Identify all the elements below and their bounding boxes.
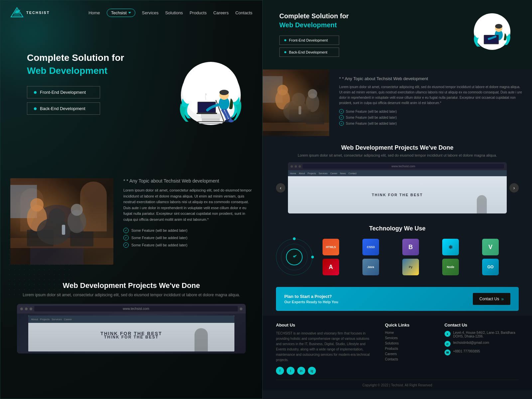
tech-section: Technology We Use HTML5 [263, 218, 532, 282]
btn-dot [34, 91, 37, 94]
footer-link-home[interactable]: Home [385, 331, 435, 334]
svg-rect-27 [62, 225, 65, 235]
svg-point-39 [308, 89, 317, 98]
instagram-icon[interactable]: ig [308, 367, 316, 375]
nav-careers[interactable]: Careers [213, 10, 228, 15]
copyright-text: Copyright © 2022 | Techsist. All Right R… [362, 383, 432, 387]
check-icon-1 [123, 228, 129, 233]
browser-content: About Projects Services Career THINK FOR… [17, 314, 246, 353]
right-frontend-btn[interactable]: Front-End Development [279, 36, 339, 45]
browser-dot-2 [25, 308, 28, 310]
footer: About Us TECHSIST is an innovative and v… [263, 316, 532, 390]
projects-section: Web Development Projects We've Done Lore… [0, 271, 262, 357]
right-btn-dot-2 [284, 51, 286, 53]
frontend-btn-label: Front-End Development [40, 90, 86, 95]
browser-bar: www.techsist.com [17, 304, 246, 314]
carousel-prev-btn[interactable]: ‹ [276, 183, 285, 193]
tech-go-label: GO [487, 265, 494, 269]
projects-title: Web Development Projects We've Done [10, 281, 252, 290]
cta-contact-btn[interactable]: Contact Us » [473, 293, 510, 305]
right-features-title: * * Any Topic about Techsist Web develop… [339, 76, 522, 81]
team-content-title: * * Any Topic about Techsist Web develop… [123, 178, 252, 184]
footer-link-contacts[interactable]: Contacts [385, 357, 435, 361]
frontend-btn[interactable]: Front-End Development [27, 86, 100, 98]
svg-rect-9 [198, 102, 216, 113]
right-hero-text: Complete Solution for Web Development Fr… [279, 12, 462, 60]
tech-vue-label: V [488, 244, 492, 251]
footer-contact-col: Contact Us ● Level-4, House-546/2, Lane-… [445, 323, 519, 375]
svg-point-38 [306, 93, 319, 112]
svg-point-14 [219, 90, 229, 95]
svg-rect-34 [263, 76, 283, 103]
svg-point-36 [275, 89, 290, 109]
btn-dot [34, 107, 37, 110]
right-feature-2: Some Feature (will be added later) [339, 115, 522, 120]
footer-email-text: techsistinbd@gmail.com [453, 341, 489, 344]
footer-link-products[interactable]: Products [385, 347, 435, 350]
footer-link-solutions[interactable]: Solutions [385, 341, 435, 345]
svg-point-22 [30, 198, 44, 211]
nav-services[interactable]: Services [142, 10, 159, 15]
footer-grid: About Us TECHSIST is an innovative and v… [276, 323, 519, 375]
browser-refresh [240, 308, 242, 310]
team-section: * * Any Topic about Techsist Web develop… [0, 172, 262, 271]
right-features: * * Any Topic about Techsist Web develop… [329, 69, 532, 136]
twitter-icon[interactable]: t [287, 367, 295, 375]
orbit-dot-2 [311, 256, 314, 258]
footer-address: ● Level-4, House-546/2, Lane-13, Baridha… [445, 331, 519, 338]
footer-link-careers[interactable]: Careers [385, 352, 435, 356]
nav-techsist-dropdown[interactable]: Techsist [107, 9, 135, 17]
phone-icon: ☎ [445, 349, 451, 355]
svg-rect-5 [202, 118, 220, 122]
hero-section: Complete Solution for Web Development Fr… [0, 25, 262, 172]
tech-vue: V [482, 239, 499, 255]
right-browser-url: www.techsist.com [303, 164, 504, 169]
svg-point-16 [228, 120, 234, 122]
svg-point-40 [283, 100, 309, 122]
svg-point-2 [181, 65, 241, 125]
nav-home[interactable]: Home [88, 10, 100, 15]
browser-inner: About Projects Services Career THINK FOR… [28, 316, 234, 351]
team-content-body: Lorem ipsum dolor sit amet, consectetur … [123, 188, 252, 223]
feature-label-1: Some Feature (will be added later) [131, 228, 188, 232]
tech-python-label: Py [409, 265, 412, 269]
footer-phone-text: +8801 777993895 [453, 349, 480, 353]
footer-about-title: About Us [276, 323, 375, 328]
tech-angular: A [323, 259, 339, 275]
tech-content: HTML5 CSS3 B ⚛ V A Java [276, 239, 519, 275]
check-icon-2 [123, 235, 129, 240]
right-browser-bar: www.techsist.com [288, 162, 507, 170]
footer-link-services[interactable]: Services [385, 336, 435, 340]
logo-icon [10, 7, 24, 19]
right-projects-title: Web Development Projects We've Done [276, 144, 519, 151]
right-frontend-label: Front-End Development [289, 38, 328, 42]
footer-phone: ☎ +8801 777993895 [445, 349, 519, 355]
backend-btn[interactable]: Back-End Development [27, 102, 100, 115]
nav-techsist-label: Techsist [111, 10, 127, 15]
svg-point-26 [49, 208, 65, 225]
tech-css3: CSS3 [362, 239, 379, 255]
team-photo [10, 178, 113, 265]
browser-dot-r1 [291, 165, 293, 168]
right-backend-btn[interactable]: Back-End Development [279, 48, 339, 57]
svg-rect-11 [197, 113, 217, 114]
footer-address-text: Level-4, House-546/2, Lane-13, Baridhara… [453, 331, 519, 338]
nav-solutions[interactable]: Solutions [165, 10, 183, 15]
svg-rect-4 [201, 113, 221, 118]
svg-point-3 [183, 62, 239, 118]
carousel-next-btn[interactable]: › [509, 183, 519, 193]
nav-contacts[interactable]: Contacts [235, 10, 252, 15]
nav-products[interactable]: Products [190, 10, 206, 15]
tech-java-label: Java [367, 265, 374, 269]
logo-area: TECHSIST [10, 7, 50, 19]
svg-rect-43 [306, 113, 324, 124]
right-hero: Complete Solution for Web Development Fr… [263, 0, 532, 69]
svg-point-13 [219, 90, 229, 100]
linkedin-icon[interactable]: in [297, 367, 305, 375]
browser-dot-1 [20, 308, 23, 310]
right-feature-label-2: Some Feature (will be added later) [346, 116, 397, 119]
tech-java: Java [362, 259, 379, 275]
right-hero-subtitle: Web Development [279, 21, 462, 29]
facebook-icon[interactable]: f [276, 367, 284, 375]
cta-section: Plan to Start a Project? Our Experts Rea… [276, 287, 519, 311]
